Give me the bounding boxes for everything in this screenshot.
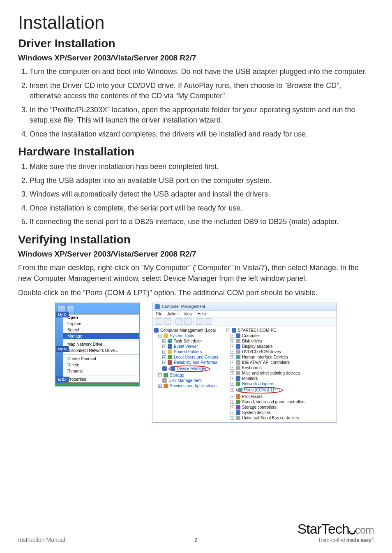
expand-icon[interactable]: ▸ xyxy=(158,384,162,388)
tree-item[interactable]: Device Manager xyxy=(154,365,222,373)
device-label: Human Interface Devices xyxy=(242,355,288,359)
expand-icon[interactable]: + xyxy=(231,371,234,375)
forward-icon[interactable] xyxy=(164,318,171,325)
cm-menu-item[interactable]: File xyxy=(156,312,162,316)
tree-item[interactable]: ▸Local Users and Groups xyxy=(154,354,222,360)
expand-icon[interactable]: ▸ xyxy=(162,339,166,343)
cm-menu-item[interactable]: Action xyxy=(167,312,179,316)
ctx-item-map-network-drive[interactable]: Map Network Drive... xyxy=(63,341,139,347)
expand-icon[interactable]: ▸ xyxy=(162,350,166,354)
toolbar-btn[interactable] xyxy=(184,318,191,325)
desktop-icon-label: My N xyxy=(56,346,69,352)
ctx-item-create-shortcut[interactable]: Create Shortcut xyxy=(63,356,139,362)
device-item[interactable]: +System devices xyxy=(226,410,335,415)
logo-tagline: Hard-to-find made easy® xyxy=(297,537,374,543)
expand-icon[interactable]: + xyxy=(231,334,234,338)
device-label: Universal Serial Bus controllers xyxy=(242,416,299,420)
expand-icon[interactable]: + xyxy=(231,382,234,386)
tree-label: Shared Folders xyxy=(174,349,202,354)
tree-icon xyxy=(164,384,168,388)
device-icon xyxy=(236,382,240,386)
device-item[interactable]: +Human Interface Devices xyxy=(226,354,335,360)
tree-item[interactable]: Computer Management (Local xyxy=(154,328,222,333)
device-item[interactable]: +Keyboards xyxy=(226,365,335,370)
expand-icon[interactable]: + xyxy=(231,405,234,409)
expand-icon[interactable]: ▸ xyxy=(162,361,166,364)
device-item[interactable]: +Mice and other pointing devices xyxy=(226,370,335,376)
tree-item[interactable]: Disk Management xyxy=(154,378,222,383)
device-icon xyxy=(236,371,240,375)
expand-icon[interactable]: − xyxy=(158,373,162,377)
device-label: DVD/CD-ROM drives xyxy=(242,349,281,354)
device-item[interactable]: +Universal Serial Bus controllers xyxy=(226,415,335,421)
device-item[interactable]: +Disk drives xyxy=(226,338,335,344)
expand-icon[interactable]: + xyxy=(231,361,234,364)
device-item[interactable]: +Ports (COM & LPT) xyxy=(226,386,335,394)
tree-label: Computer Management (Local xyxy=(160,328,216,333)
expand-icon[interactable]: + xyxy=(231,339,234,343)
tree-item[interactable]: ▸Reliability and Performa xyxy=(154,360,222,365)
tree-icon xyxy=(168,349,172,354)
ctx-item-search[interactable]: Search... xyxy=(63,327,139,333)
back-icon[interactable] xyxy=(155,318,162,325)
tree-item[interactable]: ▸Task Scheduler xyxy=(154,338,222,344)
ctx-item-explore[interactable]: Explore xyxy=(63,321,139,327)
device-item[interactable]: +Sound, video and game controllers xyxy=(226,399,335,405)
tree-icon xyxy=(164,333,168,338)
expand-icon[interactable]: + xyxy=(231,345,234,348)
context-menu: OpenExploreSearch...ManageMap Network Dr… xyxy=(63,314,139,383)
hardware-heading: Hardware Installation xyxy=(18,145,374,158)
tree-item[interactable]: ▸Event Viewer xyxy=(154,344,222,349)
cm-toolbar xyxy=(152,317,337,326)
tree-icon xyxy=(164,373,168,377)
tree-icon xyxy=(168,355,172,359)
expand-icon[interactable]: + xyxy=(231,388,234,392)
cm-menubar: File Action View Help xyxy=(152,311,337,317)
toolbar-btn[interactable] xyxy=(205,318,212,325)
toolbar-btn[interactable] xyxy=(175,318,183,325)
computer-management-screenshot: Computer Management File Action View Hel… xyxy=(152,303,337,423)
hardware-steps: Make sure the driver installation has be… xyxy=(18,162,374,227)
device-item[interactable]: +Display adapters xyxy=(226,344,335,349)
expand-icon[interactable]: + xyxy=(231,411,234,414)
ctx-item-open[interactable]: Open xyxy=(63,315,139,321)
expand-icon[interactable]: ▸ xyxy=(162,355,166,359)
tree-label: Event Viewer xyxy=(174,344,198,349)
ctx-item-properties[interactable]: Properties xyxy=(63,376,139,382)
device-item[interactable]: +IDE ATA/ATAPI controllers xyxy=(226,360,335,365)
expand-icon[interactable]: + xyxy=(231,377,234,380)
expand-icon[interactable]: + xyxy=(231,355,234,359)
expand-icon[interactable]: + xyxy=(231,400,234,404)
tree-label: Disk Management xyxy=(168,378,202,383)
cm-menu-item[interactable]: Help xyxy=(197,312,206,316)
device-label: Monitors xyxy=(242,376,258,381)
device-item[interactable]: +DVD/CD-ROM drives xyxy=(226,349,335,354)
expand-icon[interactable]: − xyxy=(226,329,230,332)
expand-icon[interactable]: + xyxy=(231,350,234,354)
device-icon xyxy=(236,405,240,410)
device-item[interactable]: +Storage controllers xyxy=(226,405,335,410)
device-label: STARTECHCOM-PC xyxy=(238,328,277,333)
device-item[interactable]: +Computer xyxy=(226,333,335,338)
expand-icon[interactable]: ▸ xyxy=(162,345,166,348)
ctx-item-disconnect-network-drive[interactable]: Disconnect Network Drive... xyxy=(63,347,139,354)
device-label: Sound, video and game controllers xyxy=(242,400,306,404)
ctx-item-delete[interactable]: Delete xyxy=(63,362,139,368)
device-item[interactable]: +Processors xyxy=(226,394,335,399)
cm-menu-item[interactable]: View xyxy=(184,312,193,316)
expand-icon[interactable]: − xyxy=(158,334,162,338)
expand-icon[interactable]: + xyxy=(231,416,234,420)
cm-title: Computer Management xyxy=(162,304,205,309)
expand-icon[interactable]: + xyxy=(231,395,234,398)
expand-icon[interactable]: + xyxy=(231,366,234,370)
help-icon[interactable] xyxy=(196,318,203,325)
device-item[interactable]: +Network adapters xyxy=(226,381,335,386)
device-item[interactable]: +Monitors xyxy=(226,376,335,381)
tree-item[interactable]: ▸Services and Applications xyxy=(154,383,222,389)
ctx-item-manage[interactable]: Manage xyxy=(63,333,139,339)
tree-item[interactable]: −System Tools xyxy=(154,333,222,338)
device-item[interactable]: −STARTECHCOM-PC xyxy=(226,328,335,333)
tree-item[interactable]: −Storage xyxy=(154,373,222,378)
ctx-item-rename[interactable]: Rename xyxy=(63,368,139,374)
tree-item[interactable]: ▸Shared Folders xyxy=(154,349,222,354)
